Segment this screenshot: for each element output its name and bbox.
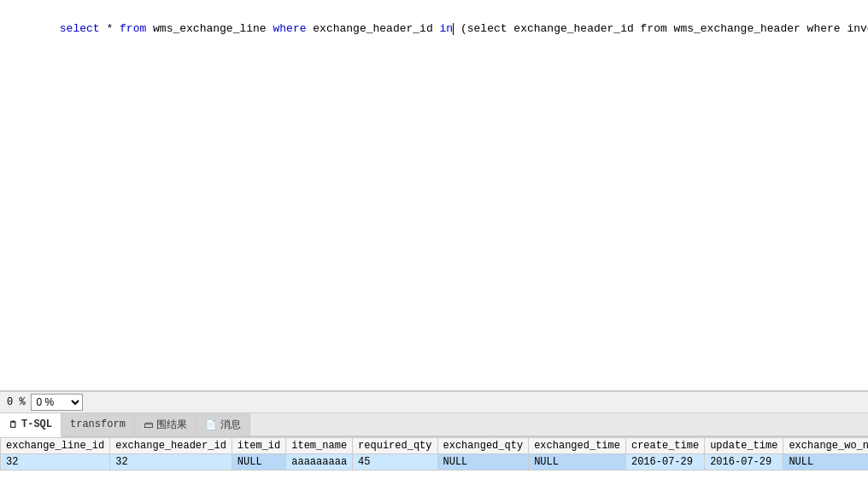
- keyword-where: where: [273, 22, 306, 35]
- cell-create_time: 2016-07-29: [625, 454, 704, 471]
- col-header-required_qty: required_qty: [353, 438, 437, 454]
- col-header-item_name: item_name: [286, 438, 353, 454]
- cell-exchange_wo_no: NULL: [783, 454, 868, 471]
- tab-transform-label: transform: [70, 418, 126, 430]
- table-row[interactable]: 32 32 NULL aaaaaaaaa 45 NULL NULL 2016-0…: [1, 454, 869, 471]
- sql-line-1: select * from wms_exchange_line where ex…: [5, 3, 863, 55]
- cell-item_id: NULL: [232, 454, 285, 471]
- col-header-exchanged_qty: exchanged_qty: [437, 438, 529, 454]
- cell-exchange_line_id: 32: [1, 454, 110, 471]
- results-table: exchange_line_id exchange_header_id item…: [0, 437, 868, 471]
- sql-table1: wms_exchange_line: [146, 22, 273, 35]
- tab-messages-label: 消息: [220, 418, 241, 432]
- col-header-item_id: item_id: [232, 438, 285, 454]
- zoom-label: 0 %: [7, 396, 26, 408]
- zoom-bar: 0 % 0 % 50 % 100 % 150 % 200 %: [0, 391, 868, 413]
- tab-results[interactable]: 🗃 围结果: [135, 413, 196, 436]
- tab-tsql-label: T-SQL: [21, 418, 52, 430]
- col-header-exchange_header_id: exchange_header_id: [110, 438, 232, 454]
- sql-star: *: [100, 22, 120, 35]
- cell-required_qty: 45: [353, 454, 437, 471]
- keyword-select: select: [60, 22, 100, 35]
- zoom-dropdown[interactable]: 0 % 50 % 100 % 150 % 200 %: [31, 394, 83, 411]
- cell-item_name: aaaaaaaaa: [286, 454, 353, 471]
- cell-exchanged_time: NULL: [529, 454, 626, 471]
- cell-exchange_header_id: 32: [110, 454, 232, 471]
- tab-tsql[interactable]: 🗒 T-SQL: [0, 413, 62, 437]
- sql-text: select * from wms_exchange_line where ex…: [16, 3, 868, 55]
- keyword-in: in: [440, 22, 454, 35]
- tsql-icon: 🗒: [9, 419, 18, 430]
- tab-bar: 🗒 T-SQL transform 🗃 围结果 📄 消息: [0, 413, 868, 437]
- col-header-exchange_wo_no: exchange_wo_no: [783, 438, 868, 454]
- col-header-exchange_line_id: exchange_line_id: [1, 438, 110, 454]
- results-area[interactable]: exchange_line_id exchange_header_id item…: [0, 437, 868, 497]
- col-header-update_time: update_time: [705, 438, 783, 454]
- messages-icon: 📄: [205, 419, 217, 430]
- tab-results-label: 围结果: [156, 418, 187, 432]
- col-header-exchanged_time: exchanged_time: [529, 438, 626, 454]
- col-header-create_time: create_time: [625, 438, 704, 454]
- cell-exchanged_qty: NULL: [437, 454, 529, 471]
- tab-messages[interactable]: 📄 消息: [196, 413, 250, 436]
- tab-transform[interactable]: transform: [62, 413, 135, 436]
- keyword-from: from: [120, 22, 146, 35]
- sql-editor[interactable]: select * from wms_exchange_line where ex…: [0, 0, 868, 391]
- cell-update_time: 2016-07-29: [705, 454, 783, 471]
- sql-subquery: (select exchange_header_id from wms_exch…: [454, 22, 868, 35]
- results-icon: 🗃: [144, 419, 153, 430]
- sql-condition1: exchange_header_id: [307, 22, 440, 35]
- table-header-row: exchange_line_id exchange_header_id item…: [1, 438, 869, 454]
